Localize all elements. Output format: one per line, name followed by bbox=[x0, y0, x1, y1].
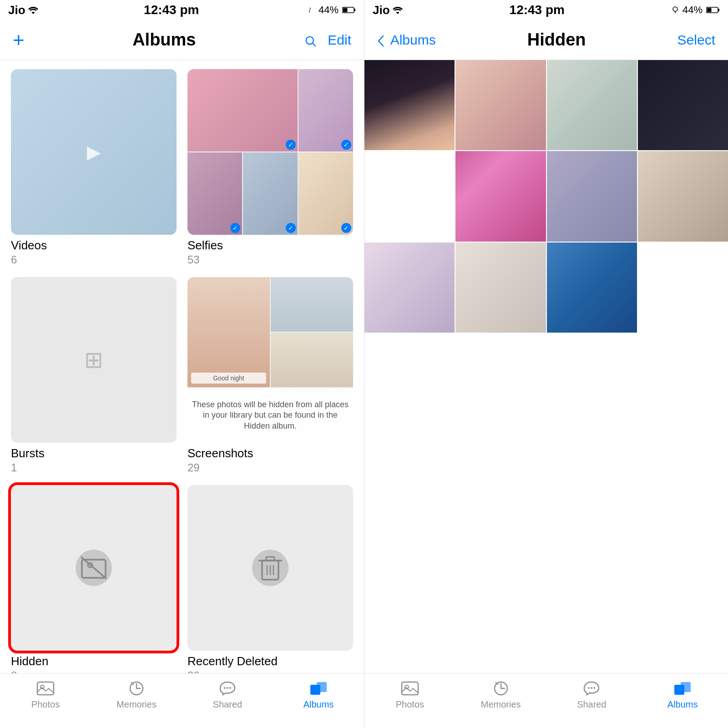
svg-rect-1 bbox=[343, 8, 348, 12]
left-status-bar: Jio 12:43 pm 44% bbox=[0, 0, 364, 20]
right-content bbox=[364, 60, 728, 673]
sc-cell-3 bbox=[271, 333, 353, 387]
right-loc-icon bbox=[672, 6, 679, 14]
selfies-name: Selfies bbox=[187, 238, 353, 253]
bursts-icon: ⊞ bbox=[84, 347, 103, 373]
tab-photos-left[interactable]: Photos bbox=[0, 680, 91, 710]
back-chevron-icon bbox=[377, 35, 384, 47]
svg-point-30 bbox=[591, 687, 592, 689]
recently-deleted-thumb bbox=[187, 485, 353, 651]
hidden-photo-10[interactable] bbox=[547, 243, 637, 333]
left-time: 12:43 pm bbox=[144, 3, 199, 17]
hidden-photo-7[interactable] bbox=[638, 151, 728, 241]
check-3 bbox=[230, 223, 240, 233]
selfies-count: 53 bbox=[187, 253, 353, 266]
hidden-photo-2[interactable] bbox=[455, 60, 546, 150]
album-item-screenshots[interactable]: Good night These photos will be hidden f… bbox=[187, 277, 353, 474]
svg-rect-2 bbox=[354, 9, 355, 11]
selfies-cell-1 bbox=[187, 69, 298, 152]
tab-shared-left[interactable]: Shared bbox=[182, 680, 273, 710]
svg-rect-33 bbox=[681, 682, 691, 692]
memories-tab-icon-right bbox=[492, 680, 510, 697]
hidden-photo-6[interactable] bbox=[547, 151, 637, 241]
screenshots-thumb: Good night These photos will be hidden f… bbox=[187, 277, 353, 443]
hidden-photo-3[interactable] bbox=[547, 60, 637, 150]
hidden-photo-icon bbox=[80, 556, 107, 580]
tab-albums-right[interactable]: Albums bbox=[637, 680, 728, 710]
svg-rect-24 bbox=[707, 8, 712, 12]
right-status-icons: 44% bbox=[672, 4, 720, 16]
right-time: 12:43 pm bbox=[510, 3, 565, 17]
right-carrier: Jio bbox=[373, 3, 403, 17]
selfies-cell-5 bbox=[298, 152, 353, 235]
add-album-button[interactable]: + bbox=[13, 29, 25, 51]
tab-memories-left[interactable]: Memories bbox=[91, 680, 182, 710]
battery-icon bbox=[342, 6, 356, 14]
selfies-cell-2 bbox=[298, 69, 353, 152]
tab-shared-right[interactable]: Shared bbox=[546, 680, 637, 710]
screenshots-count: 29 bbox=[187, 461, 353, 474]
location-icon bbox=[305, 6, 315, 14]
tab-shared-label-left: Shared bbox=[213, 699, 243, 710]
photos-tab-icon-left bbox=[36, 680, 55, 697]
trash-icon bbox=[252, 550, 288, 586]
album-item-selfies[interactable]: Selfies 53 bbox=[187, 69, 353, 266]
album-item-recently-deleted[interactable]: Recently Deleted 36 bbox=[187, 485, 353, 673]
right-nav-bar: Albums Hidden Select bbox=[364, 20, 728, 60]
svg-point-19 bbox=[229, 687, 231, 689]
hidden-photo-9[interactable] bbox=[455, 243, 546, 333]
hidden-icon bbox=[76, 550, 112, 586]
svg-point-31 bbox=[593, 687, 595, 689]
sc-cell-1: Good night bbox=[187, 277, 270, 387]
svg-point-18 bbox=[227, 687, 228, 689]
left-carrier: Jio bbox=[8, 3, 38, 17]
check-2 bbox=[341, 140, 351, 150]
svg-rect-21 bbox=[317, 682, 327, 692]
right-wifi-icon bbox=[393, 6, 403, 14]
hidden-photo-grid bbox=[364, 60, 728, 333]
wifi-icon bbox=[28, 6, 38, 14]
album-item-videos[interactable]: Videos 6 bbox=[11, 69, 177, 266]
sc-cell-2 bbox=[271, 277, 353, 332]
right-nav-title: Hidden bbox=[527, 30, 586, 50]
back-to-albums-button[interactable]: Albums bbox=[377, 32, 436, 48]
selfies-cell-4 bbox=[243, 152, 298, 235]
left-content: Videos 6 bbox=[0, 60, 364, 673]
check-1 bbox=[286, 140, 296, 150]
hidden-photo-4[interactable] bbox=[638, 60, 728, 150]
album-item-bursts[interactable]: ⊞ Bursts 1 bbox=[11, 277, 177, 474]
hidden-photo-8[interactable] bbox=[364, 243, 455, 333]
search-icon[interactable] bbox=[304, 35, 317, 47]
selfies-thumb bbox=[187, 69, 353, 235]
left-phone: Jio 12:43 pm 44% + Albums bbox=[0, 0, 364, 728]
carrier-text: Jio bbox=[8, 3, 25, 17]
check-4 bbox=[286, 223, 296, 233]
svg-rect-14 bbox=[37, 682, 54, 695]
recently-deleted-count: 36 bbox=[187, 669, 353, 673]
edit-button[interactable]: Edit bbox=[304, 32, 351, 48]
edit-label[interactable]: Edit bbox=[328, 32, 351, 47]
hidden-photo-5[interactable] bbox=[455, 151, 546, 241]
bursts-count: 1 bbox=[11, 461, 177, 474]
left-tab-bar: Photos Memories Shared Albums bbox=[0, 673, 364, 728]
selfies-cell-3 bbox=[187, 152, 242, 235]
back-btn-label: Albums bbox=[390, 32, 436, 47]
hidden-photo-1[interactable] bbox=[364, 60, 455, 150]
bursts-thumb: ⊞ bbox=[11, 277, 177, 443]
svg-point-3 bbox=[306, 36, 313, 44]
tab-photos-right[interactable]: Photos bbox=[364, 680, 455, 710]
check-5 bbox=[341, 223, 351, 233]
tab-memories-label-left: Memories bbox=[116, 699, 157, 710]
right-battery-icon bbox=[706, 6, 720, 14]
albums-tab-icon-left bbox=[309, 680, 328, 697]
tab-memories-right[interactable]: Memories bbox=[455, 680, 546, 710]
album-item-hidden[interactable]: Hidden 8 bbox=[11, 485, 177, 673]
trash-svg bbox=[258, 554, 282, 581]
videos-count: 6 bbox=[11, 253, 177, 266]
select-button[interactable]: Select bbox=[677, 32, 715, 48]
battery-text: 44% bbox=[318, 4, 339, 16]
hidden-name: Hidden bbox=[11, 654, 177, 668]
svg-point-29 bbox=[588, 687, 590, 689]
tab-albums-left[interactable]: Albums bbox=[273, 680, 364, 710]
tab-photos-label-right: Photos bbox=[396, 699, 424, 710]
